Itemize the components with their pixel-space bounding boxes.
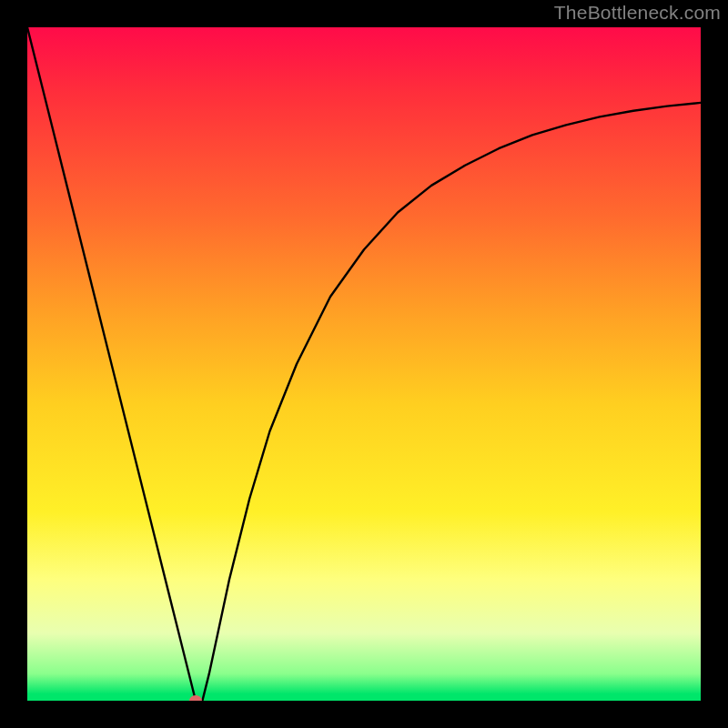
minimum-marker <box>189 695 202 701</box>
bottleneck-curve <box>27 27 701 701</box>
plot-area <box>27 27 701 701</box>
watermark-text: TheBottleneck.com <box>554 2 721 24</box>
curve-svg <box>27 27 701 701</box>
chart-frame: TheBottleneck.com <box>0 0 728 728</box>
